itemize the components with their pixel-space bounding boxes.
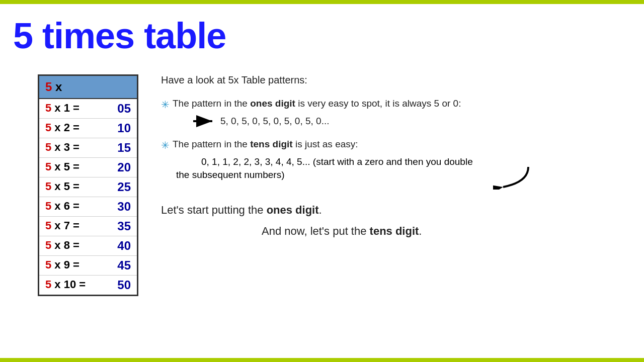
row-result: 50 — [117, 278, 131, 292]
table-row: 5 x 8 = 40 — [39, 236, 137, 256]
arrow-right-icon — [191, 114, 216, 129]
row-left: 5 x 5 = — [45, 180, 79, 194]
right-content: Have a look at 5x Table patterns: ✳ The … — [161, 74, 624, 238]
snowflake-icon-1: ✳ — [161, 99, 170, 111]
row-left: 5 x 7 = — [45, 219, 79, 233]
intro-text: Have a look at 5x Table patterns: — [161, 74, 624, 86]
pattern2-text: The pattern in the tens digit is just as… — [173, 139, 358, 150]
table-row: 5 x 7 = 35 — [39, 217, 137, 236]
snowflake-icon-2: ✳ — [161, 139, 170, 151]
table-row: 5 x 1 = 05 — [39, 99, 137, 119]
row-result: 30 — [117, 200, 131, 214]
row-left: 5 x 5 = — [45, 160, 79, 174]
bottom-bar — [0, 358, 644, 362]
pattern2-line: ✳ The pattern in the tens digit is just … — [161, 139, 624, 151]
cta-ones-digit: ones digit — [267, 204, 319, 216]
ones-digit-label: ones digit — [250, 98, 295, 109]
pattern1-sequence: 5, 0, 5, 0, 5, 0, 5, 0, 5, 0... — [220, 116, 330, 127]
table-header: 5 x — [39, 76, 137, 99]
pattern1-text: The pattern in the ones digit is very ea… — [173, 98, 461, 109]
cta-tens-digit: tens digit — [370, 225, 419, 237]
table-row: 5 x 5 = 20 — [39, 158, 137, 177]
row-left: 5 x 9 = — [45, 258, 79, 273]
row-result: 25 — [117, 180, 131, 194]
pattern1-block: ✳ The pattern in the ones digit is very … — [161, 98, 624, 129]
row-result: 20 — [117, 160, 131, 174]
arrow-downleft-icon — [493, 164, 533, 190]
row-left: 5 x 8 = — [45, 239, 79, 253]
pattern2-example-line2: the subsequent numbers) — [176, 169, 624, 190]
row-result: 15 — [117, 141, 131, 155]
pattern2-block: ✳ The pattern in the tens digit is just … — [161, 139, 624, 190]
pattern2-example: 0, 1, 1, 2, 2, 3, 3, 4, 4, 5... (start w… — [201, 156, 624, 167]
row-left: 5 x 3 = — [45, 141, 79, 155]
cta-tens-text: And now, let's put the tens digit. — [262, 225, 624, 238]
row-result: 45 — [117, 258, 131, 273]
row-left: 5 x 6 = — [45, 200, 79, 214]
page-title: 5 times table — [13, 15, 226, 56]
table-row: 5 x 2 = 10 — [39, 119, 137, 138]
row-left: 5 x 2 = — [45, 121, 79, 135]
pattern2-continuation: the subsequent numbers) — [176, 169, 284, 190]
header-x: x — [55, 80, 62, 94]
table-row: 5 x 6 = 30 — [39, 197, 137, 217]
row-result: 35 — [117, 219, 131, 233]
times-table: 5 x 5 x 1 = 05 5 x 2 = 10 5 x 3 = 15 5 x… — [38, 74, 138, 296]
tens-digit-label: tens digit — [250, 139, 292, 149]
cta-ones-text: Let's start putting the ones digit. — [161, 204, 624, 217]
pattern1-example: 5, 0, 5, 0, 5, 0, 5, 0, 5, 0... — [191, 114, 624, 129]
table-row: 5 x 9 = 45 — [39, 256, 137, 276]
row-result: 05 — [117, 102, 131, 116]
top-bar — [0, 0, 644, 4]
header-five: 5 — [45, 80, 52, 94]
row-left: 5 x 1 = — [45, 102, 79, 116]
table-row: 5 x 5 = 25 — [39, 177, 137, 197]
row-left: 5 x 10 = — [45, 278, 86, 292]
table-row: 5 x 3 = 15 — [39, 138, 137, 158]
row-result: 10 — [117, 121, 131, 135]
row-result: 40 — [117, 239, 131, 253]
pattern1-line: ✳ The pattern in the ones digit is very … — [161, 98, 624, 111]
table-row: 5 x 10 = 50 — [39, 276, 137, 295]
pattern2-sequence: 0, 1, 1, 2, 2, 3, 3, 4, 4, 5... (start w… — [201, 156, 473, 167]
